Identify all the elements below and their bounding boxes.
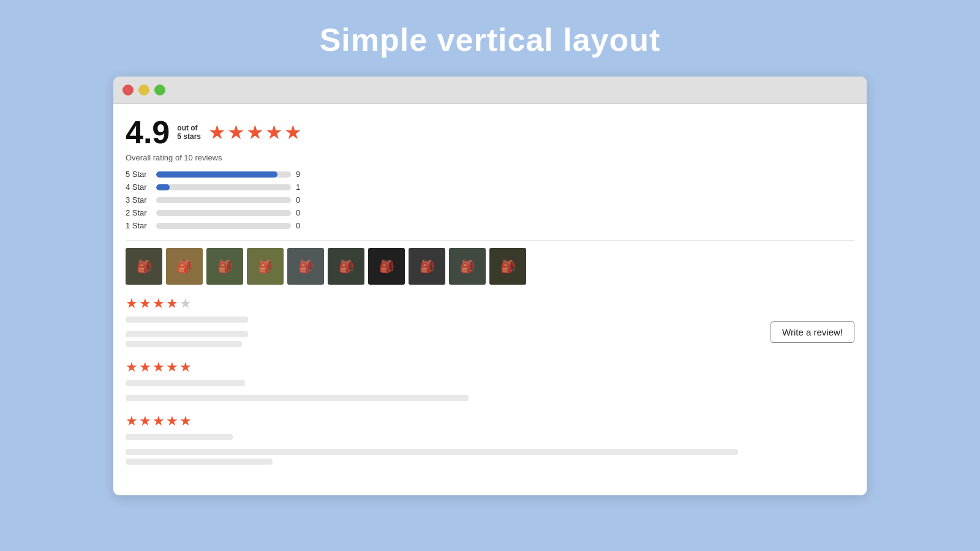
review-3-line-1 [126, 434, 233, 440]
review-3-line-3 [126, 459, 273, 465]
review-3-line-2 [126, 449, 738, 455]
bar-label-4: 4 Star [126, 182, 151, 192]
bar-track-4 [156, 184, 291, 190]
bar-track-3 [156, 197, 291, 203]
out-of-label: out of [177, 124, 201, 132]
bar-fill-4 [156, 184, 170, 190]
rating-bars: 5 Star 9 4 Star 1 3 Star 0 [126, 170, 854, 230]
overall-label: Overall rating of 10 reviews [126, 153, 854, 162]
review-2-line-2 [126, 395, 469, 401]
divider-1 [126, 240, 854, 241]
bar-row-3: 3 Star 0 [126, 195, 854, 204]
browser-window: 4.9 out of 5 stars ★★★★★ Overall rating … [113, 77, 867, 495]
bar-track-1 [156, 223, 291, 229]
photo-thumb-3[interactable]: 🎒 [206, 248, 243, 285]
bar-track-5 [156, 171, 291, 178]
page-title: Simple vertical layout [320, 21, 661, 58]
photo-thumb-4[interactable]: 🎒 [247, 248, 284, 285]
photo-strip: 🎒 🎒 🎒 🎒 🎒 🎒 🎒 🎒 [126, 248, 854, 285]
main-content: 4.9 out of 5 stars ★★★★★ Overall rating … [113, 104, 867, 495]
review-2: ★★★★★ [126, 359, 854, 401]
photo-thumb-1[interactable]: 🎒 [126, 248, 162, 285]
bar-label-5: 5 Star [126, 170, 151, 179]
bar-label-3: 3 Star [126, 195, 151, 204]
review-1-line-1 [126, 317, 248, 323]
stars-label: 5 stars [177, 132, 201, 141]
photo-thumb-10[interactable]: 🎒 [489, 248, 526, 285]
bar-row-2: 2 Star 0 [126, 208, 854, 217]
write-review-button[interactable]: Write a review! [771, 321, 854, 343]
bar-count-1: 0 [296, 221, 306, 230]
bar-count-3: 0 [296, 195, 306, 204]
bar-count-2: 0 [296, 208, 306, 217]
review-1: ★★★★★ [126, 296, 854, 347]
maximize-dot[interactable] [154, 84, 165, 96]
photo-thumb-8[interactable]: 🎒 [409, 248, 445, 285]
bar-count-5: 9 [296, 170, 306, 179]
review-1-line-3 [126, 341, 242, 347]
review-1-line-2 [126, 331, 248, 337]
titlebar [113, 77, 867, 104]
review-3-stars: ★★★★★ [126, 413, 854, 429]
minimize-dot[interactable] [138, 84, 149, 96]
bar-row-5: 5 Star 9 [126, 170, 854, 179]
stars-display: ★★★★★ [208, 121, 303, 144]
bar-row-1: 1 Star 0 [126, 221, 854, 230]
photo-thumb-5[interactable]: 🎒 [287, 248, 324, 285]
bar-label-1: 1 Star [126, 221, 151, 230]
bar-label-2: 2 Star [126, 208, 151, 217]
bar-count-4: 1 [296, 182, 306, 192]
review-3: ★★★★★ [126, 413, 854, 465]
close-dot[interactable] [123, 84, 134, 96]
photo-thumb-2[interactable]: 🎒 [166, 248, 203, 285]
photo-thumb-6[interactable]: 🎒 [328, 248, 364, 285]
bar-track-2 [156, 210, 291, 216]
review-2-stars: ★★★★★ [126, 359, 854, 375]
review-2-line-1 [126, 380, 245, 386]
review-1-stars: ★★★★★ [126, 296, 854, 312]
photo-thumb-7[interactable]: 🎒 [368, 248, 405, 285]
out-of-block: out of 5 stars [177, 124, 201, 141]
big-score: 4.9 [126, 116, 170, 148]
bar-fill-5 [156, 171, 277, 178]
photo-thumb-9[interactable]: 🎒 [449, 248, 486, 285]
bar-row-4: 4 Star 1 [126, 182, 854, 192]
rating-header: 4.9 out of 5 stars ★★★★★ [126, 116, 854, 148]
